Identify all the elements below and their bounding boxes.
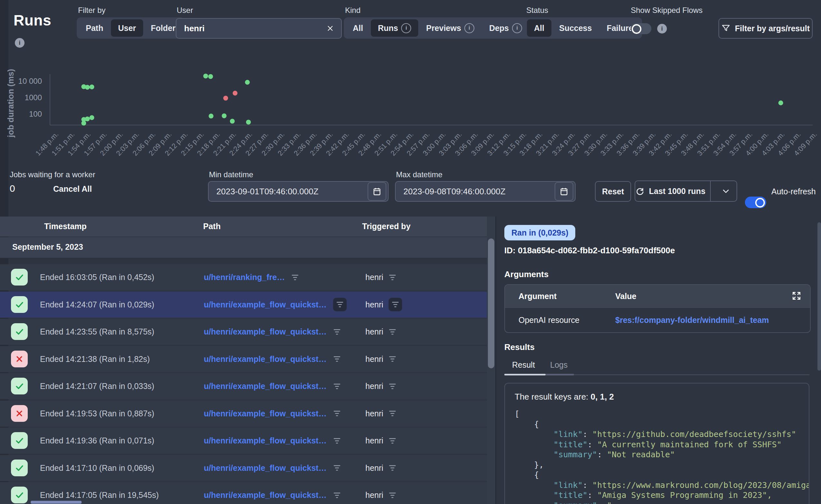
path-cell: u/henri/example_flow_quickst… <box>204 401 341 427</box>
max-datetime-calendar-icon[interactable] <box>555 182 573 201</box>
scatter-point-failure[interactable] <box>223 96 228 101</box>
auto-refresh-toggle[interactable] <box>745 197 766 208</box>
column-timestamp[interactable]: Timestamp <box>44 222 87 231</box>
run-row[interactable]: Ended 14:19:53 (Ran in 0,887s)u/henri/ex… <box>0 401 488 427</box>
run-path-link[interactable]: u/henri/example_flow_quickst… <box>204 382 327 391</box>
min-datetime-input-box[interactable]: 2023-09-01T09:46:00.000Z <box>208 181 388 202</box>
scatter-point-success[interactable] <box>246 120 251 124</box>
scatter-point-success[interactable] <box>209 114 213 119</box>
runs-limit-dropdown-button[interactable] <box>715 181 737 201</box>
run-ended-label: Ended 14:21:38 (Ran in 1,82s) <box>40 354 150 364</box>
arguments-table: Argument Value OpenAI resource $res:f/co… <box>504 284 811 333</box>
panel-divider[interactable] <box>495 217 496 504</box>
triggered-by-cell: henri <box>365 401 396 427</box>
filter-icon[interactable] <box>388 274 396 281</box>
run-path-link[interactable]: u/henri/example_flow_quickst… <box>204 327 327 336</box>
run-ended-label: Ended 14:24:07 (Ran in 0,029s) <box>40 300 154 309</box>
table-horizontal-scrollbar-thumb[interactable] <box>31 501 82 504</box>
reset-button[interactable]: Reset <box>595 181 631 202</box>
scatter-point-success[interactable] <box>89 115 94 120</box>
panel-scrollbar-thumb[interactable] <box>817 222 821 371</box>
run-path-link[interactable]: u/henri/example_flow_quickst… <box>204 300 327 309</box>
run-path-link[interactable]: u/henri/example_flow_quickst… <box>204 436 327 445</box>
filter-icon[interactable] <box>388 437 396 445</box>
triggered-by-user: henri <box>365 409 383 418</box>
run-ended-label: Ended 14:19:36 (Ran in 0,071s) <box>40 436 154 445</box>
triggered-by-cell: henri <box>365 319 396 345</box>
jobs-waiting-label: Jobs waiting for a worker <box>10 170 95 179</box>
scatter-point-success[interactable] <box>85 116 90 121</box>
run-path-link[interactable]: u/henri/example_flow_quickst… <box>204 463 327 473</box>
scatter-point-success[interactable] <box>778 101 783 105</box>
min-datetime-value[interactable]: 2023-09-01T09:46:00.000Z <box>209 187 367 197</box>
arguments-table-header: Argument Value <box>505 285 810 307</box>
run-path-link[interactable]: u/henri/example_flow_quickst… <box>204 354 327 364</box>
cancel-all-button[interactable]: Cancel All <box>53 184 92 194</box>
run-row[interactable]: Ended 14:23:55 (Ran in 8,575s)u/henri/ex… <box>0 319 488 345</box>
max-datetime-label: Max datetime <box>396 170 443 179</box>
filter-icon[interactable] <box>388 491 396 499</box>
filter-icon[interactable] <box>333 410 341 417</box>
run-ended-label: Ended 14:21:07 (Ran in 0,033s) <box>40 382 154 391</box>
triggered-by-user: henri <box>365 327 383 336</box>
run-ended-label: Ended 16:03:05 (Ran in 0,452s) <box>40 273 154 282</box>
max-datetime-value[interactable]: 2023-09-08T09:46:00.000Z <box>396 187 555 197</box>
scatter-point-success[interactable] <box>203 73 208 78</box>
filter-icon[interactable] <box>388 355 396 363</box>
date-group-label: September 5, 2023 <box>12 242 83 252</box>
filter-icon[interactable] <box>388 410 396 417</box>
run-row[interactable]: Ended 14:21:38 (Ran in 1,82s)u/henri/exa… <box>0 346 488 372</box>
runs-limit-button[interactable]: Last 1000 runs <box>635 181 706 201</box>
triggered-by-user: henri <box>365 463 383 473</box>
column-triggered-by[interactable]: Triggered by <box>362 222 410 231</box>
run-path-link[interactable]: u/henri/ranking_fre… <box>204 273 285 282</box>
filter-icon[interactable] <box>333 355 341 363</box>
filter-icon[interactable] <box>388 383 396 390</box>
table-scrollbar-thumb[interactable] <box>488 238 494 368</box>
scatter-point-success[interactable] <box>89 84 94 89</box>
scatter-point-success[interactable] <box>230 119 235 124</box>
max-datetime-input-box[interactable]: 2023-09-08T09:46:00.000Z <box>395 181 576 202</box>
tab-result[interactable]: Result <box>512 360 535 370</box>
run-path-link[interactable]: u/henri/example_flow_quickst… <box>204 409 327 418</box>
filter-icon[interactable] <box>333 464 341 472</box>
run-row[interactable]: Ended 16:03:05 (Ran in 0,452s)u/henri/ra… <box>0 264 488 290</box>
success-icon <box>11 460 28 476</box>
run-row[interactable]: Ended 14:21:07 (Ran in 0,033s)u/henri/ex… <box>0 373 488 399</box>
triggered-by-cell: henri <box>365 292 402 318</box>
jobs-waiting-count: 0 <box>10 183 15 194</box>
scatter-point-success[interactable] <box>81 121 86 126</box>
scatter-point-success[interactable] <box>85 85 90 90</box>
filter-chip[interactable] <box>388 298 402 311</box>
run-row[interactable]: Ended 14:24:07 (Ran in 0,029s)u/henri/ex… <box>0 292 488 318</box>
triggered-by-user: henri <box>365 436 383 445</box>
run-path-link[interactable]: u/henri/example_flow_quickst… <box>204 490 327 500</box>
duration-scatter-chart <box>0 0 821 135</box>
scatter-point-failure[interactable] <box>233 91 238 96</box>
path-cell: u/henri/example_flow_quickst… <box>204 346 341 372</box>
filter-icon[interactable] <box>388 328 396 336</box>
result-keys-summary: The result keys are: 0, 1, 2 <box>515 392 809 402</box>
tab-logs[interactable]: Logs <box>550 360 568 370</box>
scatter-point-success[interactable] <box>222 113 227 118</box>
expand-icon[interactable] <box>791 291 802 301</box>
column-path[interactable]: Path <box>203 222 220 231</box>
triggered-by-user: henri <box>365 273 383 282</box>
argument-value-link[interactable]: $res:f/company-folder/windmill_ai_team <box>615 315 769 325</box>
filter-icon[interactable] <box>333 437 341 445</box>
success-icon <box>11 296 28 313</box>
filter-icon[interactable] <box>333 383 341 390</box>
scatter-point-success[interactable] <box>245 80 250 85</box>
min-datetime-calendar-icon[interactable] <box>367 182 386 201</box>
run-row[interactable]: Ended 14:17:10 (Ran in 0,069s)u/henri/ex… <box>0 455 488 481</box>
run-row[interactable]: Ended 14:19:36 (Ran in 0,071s)u/henri/ex… <box>0 428 488 454</box>
scatter-point-success[interactable] <box>208 74 213 79</box>
filter-chip[interactable] <box>333 298 347 311</box>
min-datetime-label: Min datetime <box>209 170 253 179</box>
filter-icon[interactable] <box>291 274 299 281</box>
runs-page: Runs i Filter by PathUserFolder User Kin… <box>0 0 821 504</box>
filter-icon[interactable] <box>333 491 341 499</box>
filter-icon[interactable] <box>333 328 341 336</box>
filter-icon[interactable] <box>388 464 396 472</box>
path-cell: u/henri/example_flow_quickst… <box>204 292 347 318</box>
